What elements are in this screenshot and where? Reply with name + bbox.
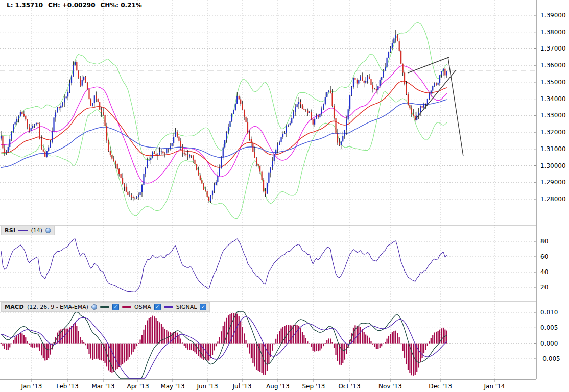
globe-icon[interactable] (45, 228, 51, 233)
panel-borders (0, 0, 536, 379)
svg-text:1.31000: 1.31000 (540, 145, 566, 153)
svg-text:1.36000: 1.36000 (540, 62, 566, 69)
svg-text:1.37000: 1.37000 (540, 45, 566, 52)
signal-label: SIGNAL (176, 304, 197, 310)
svg-text:1.30000: 1.30000 (540, 162, 566, 169)
osma-label: OSMA (134, 304, 151, 310)
macd-title: MACD (5, 304, 24, 310)
trading-chart-window: 1.390001.380001.370001.360001.350001.340… (0, 0, 569, 392)
osma-checkbox[interactable]: ✓ (154, 304, 161, 310)
signal-checkbox[interactable]: ✓ (200, 304, 206, 310)
last-value: 1.35710 (15, 2, 43, 9)
svg-text:Sep '13: Sep '13 (302, 383, 325, 390)
svg-text:Nov '13: Nov '13 (378, 383, 402, 390)
chart-canvas[interactable]: 1.390001.380001.370001.360001.350001.340… (0, 0, 569, 392)
annotations[interactable] (0, 57, 536, 156)
svg-text:Oct '13: Oct '13 (338, 383, 360, 390)
rsi-params: (14) (31, 227, 42, 234)
svg-text:Mar '13: Mar '13 (91, 383, 114, 390)
rsi-line-swatch (18, 230, 28, 231)
last-label: L: (7, 2, 13, 9)
change-label: CH: (48, 2, 60, 9)
svg-text:40: 40 (540, 268, 548, 276)
svg-text:Feb '13: Feb '13 (56, 383, 79, 390)
svg-text:0.000: 0.000 (540, 340, 558, 347)
change-pct-value: 0.21% (121, 2, 142, 9)
svg-text:1.32000: 1.32000 (540, 129, 566, 136)
svg-text:Jul '13: Jul '13 (232, 383, 252, 390)
svg-text:80: 80 (540, 238, 548, 245)
svg-text:Jun '13: Jun '13 (196, 383, 218, 390)
svg-text:20: 20 (540, 284, 548, 291)
osma-swatch (122, 306, 131, 308)
svg-text:1.39000: 1.39000 (540, 12, 566, 19)
svg-text:1.28000: 1.28000 (540, 195, 566, 203)
main-panel-overlays (1, 23, 447, 219)
svg-text:Jan '14: Jan '14 (484, 383, 505, 390)
svg-text:Aug '13: Aug '13 (266, 383, 290, 390)
macd-params: (12, 26, 9 - EMA-EMA) (27, 304, 88, 310)
svg-text:Jan '13: Jan '13 (21, 383, 42, 390)
change-value: +0.00290 (62, 2, 96, 9)
rsi-panel-series (1, 239, 447, 292)
quote-status-line: L:1.35710CH:+0.00290CH%:0.21% (7, 2, 144, 9)
rsi-legend: RSI (14) (1, 226, 55, 235)
change-pct-label: CH%: (100, 2, 118, 9)
svg-text:-0.005: -0.005 (540, 355, 560, 362)
svg-text:60: 60 (540, 253, 548, 260)
macd-line-swatch (100, 306, 109, 308)
trend-line (448, 57, 463, 156)
globe-icon[interactable] (91, 304, 97, 310)
macd-line-checkbox[interactable]: ✓ (112, 304, 119, 310)
price-axis-labels: 1.390001.380001.370001.360001.350001.340… (534, 12, 566, 362)
svg-text:1.35000: 1.35000 (540, 79, 566, 86)
x-axis-labels: Jan '13Feb '13Mar '13Apr '13May '13Jun '… (21, 379, 505, 390)
svg-text:1.38000: 1.38000 (540, 29, 566, 36)
svg-text:1.29000: 1.29000 (540, 179, 566, 186)
svg-text:0.010: 0.010 (540, 309, 558, 316)
svg-text:1.34000: 1.34000 (540, 95, 566, 103)
signal-swatch (164, 306, 173, 308)
svg-text:Dec '13: Dec '13 (429, 383, 452, 390)
macd-legend: MACD (12, 26, 9 - EMA-EMA) ✓ OSMA ✓ SIGN… (1, 302, 210, 312)
svg-text:0.005: 0.005 (540, 324, 558, 331)
rsi-title: RSI (5, 227, 15, 234)
svg-text:May '13: May '13 (160, 383, 184, 390)
trend-line (415, 70, 456, 119)
svg-text:Apr '13: Apr '13 (127, 383, 149, 390)
gridlines (0, 0, 536, 379)
svg-text:1.33000: 1.33000 (540, 112, 566, 119)
